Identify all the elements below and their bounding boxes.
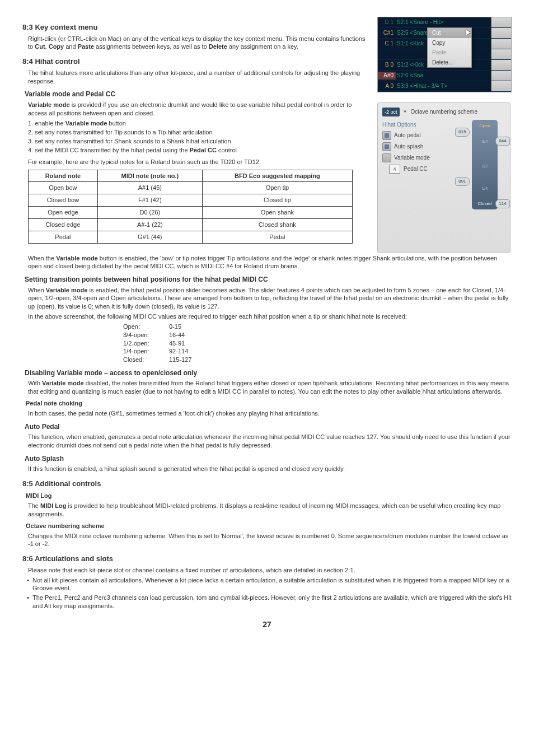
hihat-position-slider[interactable]: Open 3/4 1/2 1/4 Closed xyxy=(472,120,498,209)
table-cell: Open bow xyxy=(29,182,98,194)
heading-octave: Octave numbering scheme xyxy=(26,522,512,530)
text-8-3: Right-click (or CTRL-click on Mac) on an… xyxy=(28,35,368,52)
piano-key[interactable] xyxy=(491,49,511,59)
bullet-2: The Perc1, Perc2 and Perc3 channels can … xyxy=(27,594,512,610)
checkbox-auto-splash[interactable] xyxy=(382,142,391,151)
page-number: 27 xyxy=(22,619,512,630)
step-4: 4. set the MIDI CC transmitted by the hi… xyxy=(28,146,368,155)
cc-values-list: Open:0-153/4-open:16-441/2-open:45-911/4… xyxy=(123,323,512,364)
keymap-row[interactable]: A 0S3:3 <Hihat - 3/4 T> xyxy=(378,81,511,92)
piano-key[interactable] xyxy=(491,60,511,70)
heading-8-6: 8:6 Articulations and slots xyxy=(22,554,512,564)
screenshot-hihat-options: -2 oct ▼ Octave numbering scheme Hihat O… xyxy=(377,102,510,253)
handle-114[interactable]: 114 xyxy=(495,199,510,208)
handle-091[interactable]: 091 xyxy=(455,177,470,186)
text-transition-2: In the above screenshot, the following M… xyxy=(28,312,512,321)
table-row: PedalG#1 (44)Pedal xyxy=(29,231,353,243)
zone-open: Open xyxy=(472,123,498,129)
table-cell: Closed shank xyxy=(202,218,352,231)
text-vmode-after: When the Variable mode button is enabled… xyxy=(28,254,512,271)
menu-delete[interactable]: Delete... xyxy=(428,58,471,68)
note-cell: B 0 xyxy=(378,61,396,69)
variable-mode-steps: 1. enable the Variable mode button 2. se… xyxy=(28,119,368,154)
zone-14: 1/4 xyxy=(472,186,498,192)
cc-val: 0-15 xyxy=(169,323,203,331)
piano-key[interactable] xyxy=(491,39,511,49)
keymap-row[interactable]: A#0S2:6 <Sna. xyxy=(378,71,511,81)
text-octave: Changes the MIDI note octave numbering s… xyxy=(28,532,512,549)
slot-cell: S2:6 <Sna. xyxy=(396,72,491,80)
table-cell: F#1 (42) xyxy=(97,194,202,207)
table-cell: A#1 (46) xyxy=(97,182,202,194)
menu-copy[interactable]: Copy xyxy=(428,38,471,48)
context-menu: Cut Copy Paste Delete... xyxy=(427,27,472,68)
octave-selector[interactable]: -2 oct xyxy=(382,108,400,116)
zone-34: 3/4 xyxy=(472,139,498,145)
table-cell: G#1 (44) xyxy=(97,231,202,243)
cc-key: 1/4-open: xyxy=(123,347,169,356)
note-cell: D 1 xyxy=(378,18,396,26)
cursor-icon xyxy=(466,30,474,39)
checkbox-variable-mode[interactable] xyxy=(382,153,391,162)
note-cell: A 0 xyxy=(378,82,396,90)
table-row: Closed bowF#1 (42)Closed tip xyxy=(29,194,353,207)
heading-choke: Pedal note choking xyxy=(26,399,512,408)
slot-cell: S3:3 <Hihat - 3/4 T> xyxy=(396,82,491,90)
keymap-row[interactable]: D 1S2:1 <Snare - Hit> xyxy=(378,17,511,28)
handle-015[interactable]: 015 xyxy=(455,128,470,137)
bullet-1: Not all kit-pieces contain all articulat… xyxy=(27,576,512,593)
heading-auto-pedal: Auto Pedal xyxy=(25,422,512,431)
text-variable-mode: Variable mode is provided if you use an … xyxy=(28,101,368,118)
table-cell: Open tip xyxy=(202,182,352,194)
heading-disable: Disabling Variable mode – access to open… xyxy=(25,368,512,377)
heading-8-3: 8:3 Key context menu xyxy=(22,22,368,32)
table-cell: Open edge xyxy=(29,207,98,219)
table-cell: Closed tip xyxy=(202,194,352,207)
dropdown-icon[interactable]: ▼ xyxy=(403,109,407,115)
heading-8-5: 8:5 Additional controls xyxy=(22,479,512,489)
step-3: 3. set any notes transmitted for Shank s… xyxy=(28,137,368,146)
cc-val: 16-44 xyxy=(169,331,203,339)
piano-key[interactable] xyxy=(491,81,511,91)
table-cell: Closed bow xyxy=(29,194,98,207)
text-disable: With Variable mode disabled, the notes t… xyxy=(28,379,512,396)
text-auto-splash: If this function is enabled, a hihat spl… xyxy=(28,465,512,473)
zone-12: 1/2 xyxy=(472,164,498,170)
table-cell: Closed edge xyxy=(29,218,98,231)
cc-key: Closed: xyxy=(123,356,169,364)
handle-044[interactable]: 044 xyxy=(495,137,510,146)
label-pedal-cc: Pedal CC xyxy=(404,165,428,173)
roland-table: Roland note MIDI note (note no.) BFD Eco… xyxy=(28,170,353,244)
menu-cut[interactable]: Cut xyxy=(428,28,471,38)
zone-closed: Closed xyxy=(472,201,498,207)
cc-row: Closed:115-127 xyxy=(123,356,512,364)
heading-midi-log: MIDI Log xyxy=(26,492,512,500)
checkbox-auto-pedal[interactable] xyxy=(382,131,391,140)
th-midi: MIDI note (note no.) xyxy=(97,170,202,182)
note-cell: C#1 xyxy=(378,29,396,37)
octave-label: Octave numbering scheme xyxy=(410,108,477,116)
text-choke: In both cases, the pedal note (G#1, some… xyxy=(28,409,512,418)
pedal-cc-value[interactable]: 4 xyxy=(389,165,400,174)
text-transition-1: When Variable mode is enabled, the hihat… xyxy=(28,286,512,311)
articulation-bullets: Not all kit-pieces contain all articulat… xyxy=(27,576,512,610)
menu-paste: Paste xyxy=(428,48,471,58)
label-auto-pedal: Auto pedal xyxy=(394,132,421,139)
th-roland: Roland note xyxy=(29,170,98,182)
table-cell: Pedal xyxy=(202,231,352,243)
cc-row: 1/2-open:45-91 xyxy=(123,339,512,348)
piano-key[interactable] xyxy=(491,28,511,38)
text-midi-log: The MIDI Log is provided to help trouble… xyxy=(28,502,512,519)
heading-8-4: 8:4 Hihat control xyxy=(22,57,368,67)
label-auto-splash: Auto splash xyxy=(394,143,423,151)
cc-val: 45-91 xyxy=(169,339,203,348)
slot-cell: S2:1 <Snare - Hit> xyxy=(396,18,491,26)
piano-key[interactable] xyxy=(491,71,511,81)
cc-key: 1/2-open: xyxy=(123,339,169,348)
cc-key: Open: xyxy=(123,323,169,331)
screenshot-context-menu: D 1S2:1 <Snare - Hit>C#1S2:5 <Snare - SS… xyxy=(377,17,512,92)
cc-row: 1/4-open:92-114 xyxy=(123,347,512,356)
table-row: Closed edgeA#-1 (22)Closed shank xyxy=(29,218,353,231)
piano-key[interactable] xyxy=(491,17,511,27)
table-row: Open edgeD0 (26)Open shank xyxy=(29,207,353,219)
